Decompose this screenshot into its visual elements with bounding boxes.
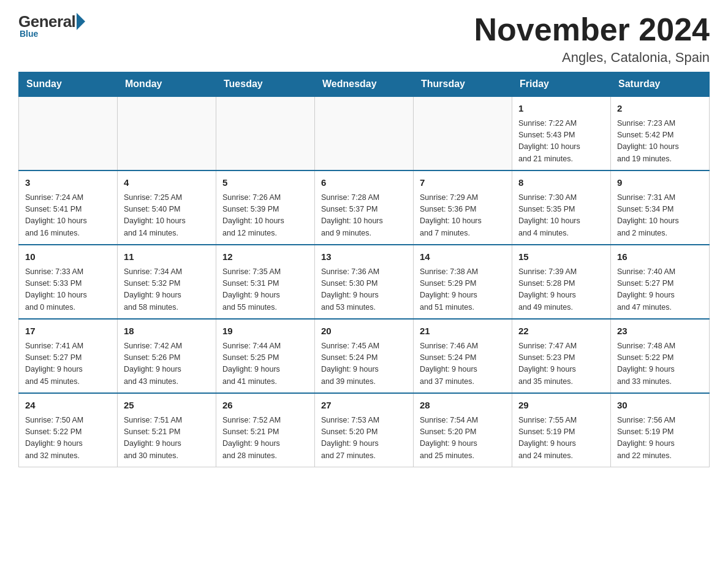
- calendar-cell: 14Sunrise: 7:38 AMSunset: 5:29 PMDayligh…: [414, 245, 512, 319]
- calendar-cell: 2Sunrise: 7:23 AMSunset: 5:42 PMDaylight…: [611, 96, 710, 170]
- calendar-cell: 29Sunrise: 7:55 AMSunset: 5:19 PMDayligh…: [512, 393, 611, 467]
- calendar-cell: 9Sunrise: 7:31 AMSunset: 5:34 PMDaylight…: [611, 170, 710, 245]
- day-info: Sunrise: 7:22 AMSunset: 5:43 PMDaylight:…: [518, 118, 604, 166]
- day-info: Sunrise: 7:28 AMSunset: 5:37 PMDaylight:…: [321, 192, 407, 240]
- weekday-header-friday: Friday: [512, 72, 611, 97]
- day-number: 15: [518, 250, 604, 264]
- calendar-week-row: 10Sunrise: 7:33 AMSunset: 5:33 PMDayligh…: [19, 245, 710, 319]
- calendar-cell: 21Sunrise: 7:46 AMSunset: 5:24 PMDayligh…: [414, 319, 512, 393]
- logo-triangle-icon: [77, 13, 85, 30]
- day-number: 29: [518, 399, 604, 413]
- day-info: Sunrise: 7:47 AMSunset: 5:23 PMDaylight:…: [518, 340, 604, 388]
- day-info: Sunrise: 7:56 AMSunset: 5:19 PMDaylight:…: [617, 415, 703, 462]
- calendar-cell: 19Sunrise: 7:44 AMSunset: 5:25 PMDayligh…: [216, 319, 315, 393]
- day-number: 24: [25, 399, 111, 413]
- day-number: 18: [124, 324, 210, 339]
- day-info: Sunrise: 7:51 AMSunset: 5:21 PMDaylight:…: [124, 415, 210, 462]
- calendar-cell: 11Sunrise: 7:34 AMSunset: 5:32 PMDayligh…: [118, 245, 216, 319]
- calendar-week-row: 24Sunrise: 7:50 AMSunset: 5:22 PMDayligh…: [19, 393, 710, 467]
- calendar-cell: 1Sunrise: 7:22 AMSunset: 5:43 PMDaylight…: [512, 96, 611, 170]
- day-number: 9: [617, 176, 703, 190]
- day-number: 10: [25, 250, 111, 264]
- day-info: Sunrise: 7:50 AMSunset: 5:22 PMDaylight:…: [25, 415, 111, 462]
- day-info: Sunrise: 7:42 AMSunset: 5:26 PMDaylight:…: [124, 340, 210, 388]
- day-info: Sunrise: 7:34 AMSunset: 5:32 PMDaylight:…: [124, 266, 210, 314]
- calendar-cell: 10Sunrise: 7:33 AMSunset: 5:33 PMDayligh…: [19, 245, 118, 319]
- title-area: November 2024 Angles, Catalonia, Spain: [474, 12, 710, 66]
- day-info: Sunrise: 7:40 AMSunset: 5:27 PMDaylight:…: [617, 266, 703, 314]
- day-info: Sunrise: 7:25 AMSunset: 5:40 PMDaylight:…: [124, 192, 210, 240]
- day-info: Sunrise: 7:26 AMSunset: 5:39 PMDaylight:…: [222, 192, 308, 240]
- day-number: 7: [420, 176, 506, 190]
- day-number: 23: [617, 324, 703, 339]
- day-info: Sunrise: 7:41 AMSunset: 5:27 PMDaylight:…: [25, 340, 111, 388]
- day-info: Sunrise: 7:46 AMSunset: 5:24 PMDaylight:…: [420, 340, 506, 388]
- day-number: 3: [25, 176, 111, 190]
- weekday-header-thursday: Thursday: [414, 72, 512, 97]
- day-number: 5: [222, 176, 308, 190]
- calendar-cell: [315, 96, 414, 170]
- day-info: Sunrise: 7:31 AMSunset: 5:34 PMDaylight:…: [617, 192, 703, 240]
- calendar-cell: 30Sunrise: 7:56 AMSunset: 5:19 PMDayligh…: [611, 393, 710, 467]
- day-info: Sunrise: 7:36 AMSunset: 5:30 PMDaylight:…: [321, 266, 407, 314]
- day-info: Sunrise: 7:45 AMSunset: 5:24 PMDaylight:…: [321, 340, 407, 388]
- calendar-cell: 18Sunrise: 7:42 AMSunset: 5:26 PMDayligh…: [118, 319, 216, 393]
- calendar-cell: 15Sunrise: 7:39 AMSunset: 5:28 PMDayligh…: [512, 245, 611, 319]
- calendar-cell: 7Sunrise: 7:29 AMSunset: 5:36 PMDaylight…: [414, 170, 512, 245]
- day-number: 6: [321, 176, 407, 190]
- calendar-cell: 8Sunrise: 7:30 AMSunset: 5:35 PMDaylight…: [512, 170, 611, 245]
- calendar-cell: 12Sunrise: 7:35 AMSunset: 5:31 PMDayligh…: [216, 245, 315, 319]
- month-title: November 2024: [474, 12, 710, 47]
- calendar-table: SundayMondayTuesdayWednesdayThursdayFrid…: [18, 72, 710, 467]
- day-number: 14: [420, 250, 506, 264]
- day-info: Sunrise: 7:35 AMSunset: 5:31 PMDaylight:…: [222, 266, 308, 314]
- calendar-cell: 20Sunrise: 7:45 AMSunset: 5:24 PMDayligh…: [315, 319, 414, 393]
- day-number: 21: [420, 324, 506, 339]
- calendar-cell: 27Sunrise: 7:53 AMSunset: 5:20 PMDayligh…: [315, 393, 414, 467]
- calendar-week-row: 3Sunrise: 7:24 AMSunset: 5:41 PMDaylight…: [19, 170, 710, 245]
- calendar-cell: [118, 96, 216, 170]
- day-number: 30: [617, 399, 703, 413]
- day-info: Sunrise: 7:54 AMSunset: 5:20 PMDaylight:…: [420, 415, 506, 462]
- calendar-cell: 22Sunrise: 7:47 AMSunset: 5:23 PMDayligh…: [512, 319, 611, 393]
- day-number: 26: [222, 399, 308, 413]
- page-header: General Blue November 2024 Angles, Catal…: [18, 12, 710, 66]
- day-info: Sunrise: 7:53 AMSunset: 5:20 PMDaylight:…: [321, 415, 407, 462]
- day-number: 28: [420, 399, 506, 413]
- day-number: 22: [518, 324, 604, 339]
- calendar-cell: [414, 96, 512, 170]
- weekday-header-saturday: Saturday: [611, 72, 710, 97]
- day-info: Sunrise: 7:33 AMSunset: 5:33 PMDaylight:…: [25, 266, 111, 314]
- day-info: Sunrise: 7:29 AMSunset: 5:36 PMDaylight:…: [420, 192, 506, 240]
- calendar-cell: 23Sunrise: 7:48 AMSunset: 5:22 PMDayligh…: [611, 319, 710, 393]
- day-info: Sunrise: 7:30 AMSunset: 5:35 PMDaylight:…: [518, 192, 604, 240]
- day-number: 19: [222, 324, 308, 339]
- location-subtitle: Angles, Catalonia, Spain: [474, 50, 710, 66]
- day-info: Sunrise: 7:39 AMSunset: 5:28 PMDaylight:…: [518, 266, 604, 314]
- logo: General Blue: [18, 12, 85, 39]
- day-info: Sunrise: 7:23 AMSunset: 5:42 PMDaylight:…: [617, 118, 703, 166]
- logo-blue-text: Blue: [20, 29, 38, 39]
- calendar-week-row: 1Sunrise: 7:22 AMSunset: 5:43 PMDaylight…: [19, 96, 710, 170]
- calendar-header-row: SundayMondayTuesdayWednesdayThursdayFrid…: [19, 72, 710, 97]
- calendar-cell: 16Sunrise: 7:40 AMSunset: 5:27 PMDayligh…: [611, 245, 710, 319]
- day-number: 13: [321, 250, 407, 264]
- calendar-cell: [216, 96, 315, 170]
- calendar-cell: 13Sunrise: 7:36 AMSunset: 5:30 PMDayligh…: [315, 245, 414, 319]
- weekday-header-wednesday: Wednesday: [315, 72, 414, 97]
- calendar-cell: 3Sunrise: 7:24 AMSunset: 5:41 PMDaylight…: [19, 170, 118, 245]
- weekday-header-sunday: Sunday: [19, 72, 118, 97]
- calendar-cell: 26Sunrise: 7:52 AMSunset: 5:21 PMDayligh…: [216, 393, 315, 467]
- day-info: Sunrise: 7:55 AMSunset: 5:19 PMDaylight:…: [518, 415, 604, 462]
- weekday-header-tuesday: Tuesday: [216, 72, 315, 97]
- weekday-header-monday: Monday: [118, 72, 216, 97]
- day-number: 16: [617, 250, 703, 264]
- calendar-cell: 17Sunrise: 7:41 AMSunset: 5:27 PMDayligh…: [19, 319, 118, 393]
- day-number: 8: [518, 176, 604, 190]
- day-info: Sunrise: 7:52 AMSunset: 5:21 PMDaylight:…: [222, 415, 308, 462]
- day-info: Sunrise: 7:24 AMSunset: 5:41 PMDaylight:…: [25, 192, 111, 240]
- day-number: 1: [518, 102, 604, 116]
- day-info: Sunrise: 7:38 AMSunset: 5:29 PMDaylight:…: [420, 266, 506, 314]
- day-number: 12: [222, 250, 308, 264]
- calendar-cell: 28Sunrise: 7:54 AMSunset: 5:20 PMDayligh…: [414, 393, 512, 467]
